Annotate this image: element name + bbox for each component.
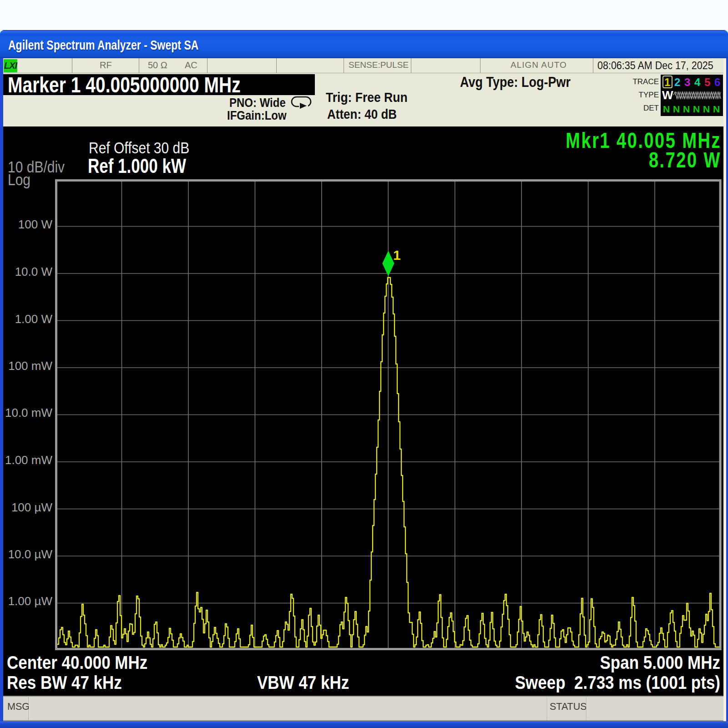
svg-text:1: 1 — [393, 248, 401, 263]
